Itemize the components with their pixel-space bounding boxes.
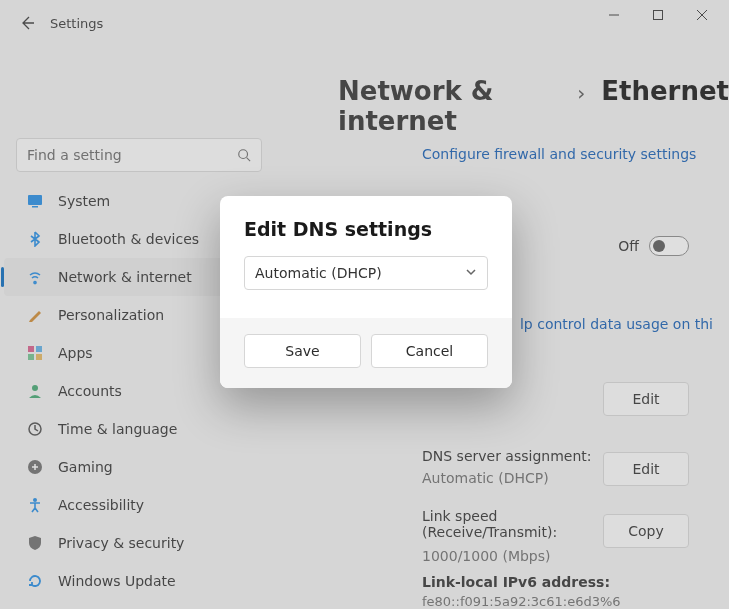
modal-title: Edit DNS settings: [244, 218, 488, 240]
settings-window: Settings Network & internet › Ethernet S…: [0, 0, 729, 609]
modal-footer: Save Cancel: [220, 318, 512, 388]
chevron-down-icon: [465, 265, 477, 281]
modal-body: Edit DNS settings Automatic (DHCP): [220, 196, 512, 318]
edit-dns-modal: Edit DNS settings Automatic (DHCP) Save …: [220, 196, 512, 388]
cancel-button[interactable]: Cancel: [371, 334, 488, 368]
save-button[interactable]: Save: [244, 334, 361, 368]
dns-mode-select[interactable]: Automatic (DHCP): [244, 256, 488, 290]
select-value: Automatic (DHCP): [255, 265, 382, 281]
